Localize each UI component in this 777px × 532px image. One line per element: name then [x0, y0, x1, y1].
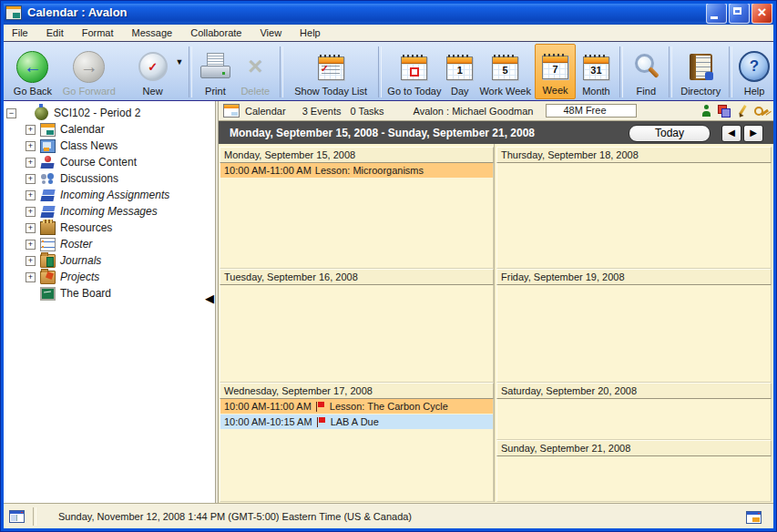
- sidebar-item-class-news[interactable]: Class News: [3, 138, 215, 154]
- sidebar-item-the-board[interactable]: The Board: [3, 285, 215, 302]
- status-separator: [33, 507, 36, 526]
- status-datetime-label: Sunday, November 12, 2008 1:44 PM (GMT-5…: [58, 511, 412, 522]
- work-week-view-button[interactable]: 5 Work Week: [476, 44, 535, 99]
- minimize-button[interactable]: [706, 3, 727, 24]
- sidebar-item-calendar[interactable]: Calendar: [3, 121, 215, 138]
- event-title: Lesson: The Carbon Cycle: [330, 401, 448, 412]
- sidebar-item-incoming-messages[interactable]: Incoming Messages: [3, 203, 215, 220]
- collapse-expander-icon[interactable]: [6, 108, 16, 118]
- sidebar-item-projects[interactable]: Projects: [3, 269, 215, 285]
- go-to-today-button[interactable]: Go to Today: [385, 44, 444, 99]
- expand-icon[interactable]: [26, 125, 36, 135]
- expand-icon[interactable]: [26, 190, 36, 200]
- previous-week-button[interactable]: ◀: [721, 125, 741, 142]
- day-cell-monday[interactable]: 10:00 AM-11:00 AM Lesson: Microorganisms: [220, 163, 494, 269]
- day-header-monday: Monday, September 15, 2008: [220, 147, 494, 163]
- event-lesson-carbon-cycle[interactable]: 10:00 AM-11:00 AM Lesson: The Carbon Cyc…: [220, 399, 493, 414]
- go-to-today-calendar-icon: [401, 56, 427, 80]
- day-header-saturday: Saturday, September 20, 2008: [496, 383, 772, 399]
- expand-icon[interactable]: [26, 223, 36, 233]
- expand-icon[interactable]: [26, 240, 36, 250]
- directory-book-icon: [690, 54, 712, 80]
- sidebar-item-resources[interactable]: Resources: [3, 220, 215, 236]
- expand-icon[interactable]: [26, 141, 36, 151]
- tree-root-sci102[interactable]: SCI102 - Period 2: [3, 105, 215, 121]
- magnifier-icon: [632, 52, 659, 81]
- week-view-button[interactable]: 7 Week: [535, 44, 577, 99]
- today-list-calendar-icon: ✓: [318, 56, 344, 80]
- info-bar: Calendar 3 Events 0 Tasks Avalon : Micha…: [219, 101, 774, 121]
- event-time: 10:00 AM-10:15 AM: [224, 416, 312, 427]
- column-divider: [494, 144, 496, 502]
- help-button[interactable]: ? Help: [736, 44, 772, 99]
- show-today-list-button[interactable]: ✓ Show Today List: [287, 44, 374, 99]
- expand-icon[interactable]: [26, 256, 36, 266]
- find-button[interactable]: Find: [627, 44, 665, 99]
- sidebar-item-incoming-assignments[interactable]: Incoming Assignments: [3, 187, 215, 203]
- work-week-calendar-icon: 5: [492, 56, 518, 80]
- project-folder-icon: [40, 271, 56, 284]
- pencil-icon[interactable]: [738, 105, 747, 118]
- event-title: LAB A Due: [331, 416, 379, 427]
- day-cell-thursday[interactable]: [496, 163, 772, 269]
- go-back-button[interactable]: ← Go Back: [6, 44, 59, 99]
- books-apple-icon: [40, 156, 56, 169]
- quota-free-indicator: 48M Free: [546, 104, 637, 118]
- printer-icon: [200, 53, 230, 80]
- event-time: 10:00 AM-11:00 AM: [224, 401, 312, 412]
- day-cell-wednesday[interactable]: 10:00 AM-11:00 AM Lesson: The Carbon Cyc…: [220, 399, 494, 502]
- day-header-friday: Friday, September 19, 2008: [496, 269, 772, 285]
- toolbar-separator: [378, 46, 382, 97]
- menu-file[interactable]: File: [3, 25, 37, 41]
- menu-format[interactable]: Format: [73, 25, 123, 41]
- today-button[interactable]: Today: [629, 125, 711, 142]
- calendar-icon: [40, 123, 56, 137]
- key-permission-icon[interactable]: [754, 105, 769, 118]
- expand-icon[interactable]: [26, 272, 36, 282]
- month-view-button[interactable]: 31 Month: [576, 44, 616, 99]
- day-header-wednesday: Wednesday, September 17, 2008: [220, 383, 494, 399]
- expand-icon[interactable]: [26, 207, 36, 217]
- expand-icon[interactable]: [26, 174, 36, 184]
- menu-collaborate[interactable]: Collaborate: [181, 25, 250, 41]
- directory-button[interactable]: Directory: [676, 44, 725, 99]
- menu-message[interactable]: Message: [123, 25, 182, 41]
- day-cell-tuesday[interactable]: [220, 285, 494, 383]
- red-flag-icon: [317, 417, 326, 427]
- menu-help[interactable]: Help: [291, 25, 330, 41]
- expand-icon[interactable]: [26, 158, 36, 168]
- split-view-icon[interactable]: [746, 511, 762, 524]
- new-dropdown-caret-icon[interactable]: ▼: [176, 57, 184, 66]
- week-grid: Monday, September 15, 2008 10:00 AM-11:0…: [219, 144, 774, 503]
- event-lesson-microorganisms[interactable]: 10:00 AM-11:00 AM Lesson: Microorganisms: [220, 163, 493, 179]
- sidebar-item-roster[interactable]: Roster: [3, 236, 215, 252]
- day-view-button[interactable]: 1 Day: [444, 44, 476, 99]
- news-icon: [40, 139, 56, 153]
- back-arrow-icon: ←: [16, 51, 48, 83]
- sidebar-item-journals[interactable]: Journals: [3, 252, 215, 269]
- events-count: 3 Events: [302, 106, 342, 117]
- sidebar-item-discussions[interactable]: Discussions: [3, 170, 215, 187]
- splitter-collapse-arrow-icon[interactable]: ◀: [205, 292, 214, 304]
- forward-arrow-icon: →: [73, 51, 105, 83]
- next-week-button[interactable]: ▶: [743, 125, 763, 142]
- sidebar-item-course-content[interactable]: Course Content: [3, 154, 215, 170]
- day-header-tuesday: Tuesday, September 16, 2008: [220, 269, 494, 285]
- day-cell-sunday[interactable]: [496, 456, 772, 502]
- event-lab-a-due[interactable]: 10:00 AM-10:15 AM LAB A Due: [220, 414, 493, 430]
- day-cell-friday[interactable]: [496, 285, 772, 383]
- people-icon: [40, 172, 56, 186]
- maximize-button[interactable]: [729, 3, 750, 24]
- windows-overlap-icon[interactable]: [718, 105, 731, 118]
- close-button[interactable]: [751, 3, 772, 24]
- day-cell-saturday[interactable]: [496, 399, 772, 440]
- day-calendar-icon: 1: [446, 56, 473, 80]
- menu-view[interactable]: View: [250, 25, 291, 41]
- pane-title: Calendar: [245, 106, 286, 117]
- delete-x-icon: ×: [248, 54, 262, 79]
- user-status-icon[interactable]: [702, 105, 711, 118]
- panel-layout-icon[interactable]: [9, 510, 25, 523]
- menu-edit[interactable]: Edit: [37, 25, 73, 41]
- print-button[interactable]: Print: [196, 44, 234, 99]
- new-button[interactable]: ✓ New: [132, 44, 174, 99]
